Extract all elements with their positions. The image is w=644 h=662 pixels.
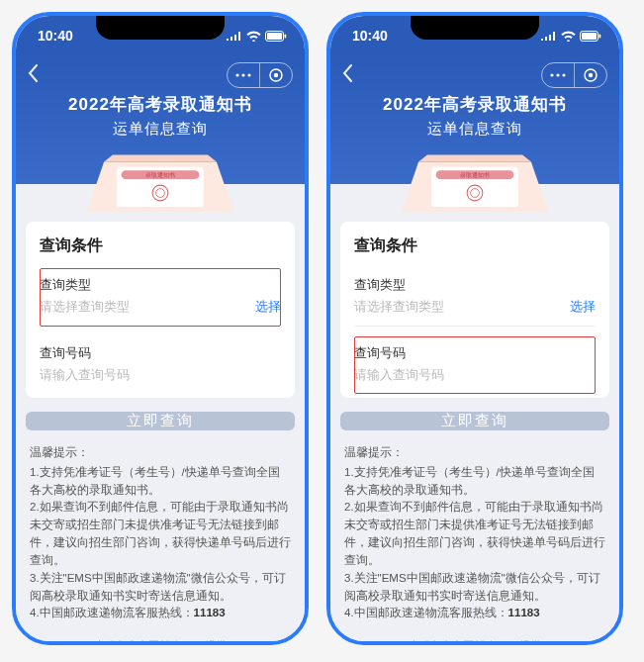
tips-title: 温馨提示： bbox=[30, 444, 291, 462]
phone-mockup-1: 10:40 bbox=[12, 12, 309, 645]
signal-icon bbox=[227, 31, 242, 41]
ribbon-text: 录取通知书 bbox=[145, 171, 175, 178]
tip-2: 2.如果查询不到邮件信息，可能由于录取通知书尚未交寄或招生部门未提供准考证号无法… bbox=[30, 499, 291, 569]
query-type-placeholder: 请选择查询类型 bbox=[40, 298, 130, 316]
ribbon-text: 录取通知书 bbox=[460, 171, 490, 178]
svg-rect-1 bbox=[267, 33, 282, 40]
tip-3: 3.关注"EMS中国邮政速递物流"微信公众号，可订阅高校录取通知书实时寄送信息通… bbox=[30, 570, 291, 606]
hero-title-line2: 运单信息查询 bbox=[28, 120, 293, 139]
close-miniprogram-button[interactable] bbox=[260, 63, 292, 87]
more-button[interactable] bbox=[228, 63, 259, 87]
status-icons bbox=[227, 31, 287, 42]
svg-point-19 bbox=[562, 73, 565, 76]
query-number-placeholder: 请输入查询号码 bbox=[40, 366, 130, 384]
svg-point-7 bbox=[274, 73, 278, 77]
svg-rect-2 bbox=[285, 34, 287, 38]
svg-rect-11 bbox=[122, 170, 200, 179]
content-area: 查询条件 查询类型 请选择查询类型 选择 查询号码 请输入查询号码 立即查询 温… bbox=[330, 184, 619, 641]
miniprogram-actions bbox=[227, 62, 293, 88]
footer-text: 本服务由中国邮政EMS提供 bbox=[330, 622, 619, 641]
svg-point-21 bbox=[589, 73, 593, 77]
wifi-icon bbox=[561, 31, 576, 42]
wifi-icon bbox=[246, 31, 261, 42]
query-number-label: 查询号码 bbox=[354, 344, 596, 362]
svg-marker-23 bbox=[418, 155, 531, 162]
tip-4: 4.中国邮政速递物流客服热线：11183 bbox=[30, 605, 291, 622]
query-number-placeholder: 请输入查询号码 bbox=[354, 366, 444, 384]
query-type-label: 查询类型 bbox=[354, 276, 596, 294]
hero-title: 2022年高考录取通知书 运单信息查询 bbox=[28, 93, 293, 139]
back-button[interactable] bbox=[28, 64, 39, 86]
query-card: 查询条件 查询类型 请选择查询类型 选择 查询号码 请输入查询号码 bbox=[26, 222, 295, 398]
status-time: 10:40 bbox=[352, 28, 388, 44]
signal-icon bbox=[541, 31, 557, 41]
miniprogram-actions bbox=[541, 62, 607, 88]
tips-title: 温馨提示： bbox=[344, 444, 605, 462]
battery-icon bbox=[265, 31, 287, 42]
svg-point-18 bbox=[556, 73, 559, 76]
phone-mockup-2: 10:40 bbox=[326, 12, 623, 645]
status-time: 10:40 bbox=[38, 28, 73, 44]
content-area: 查询条件 查询类型 请选择查询类型 选择 查询号码 请输入查询号码 立即查询 温… bbox=[16, 184, 305, 641]
status-icons bbox=[541, 31, 601, 42]
submit-button[interactable]: 立即查询 bbox=[340, 412, 609, 430]
query-type-label: 查询类型 bbox=[40, 276, 281, 294]
hero-banner: 2022年高考录取通知书 运单信息查询 录取通知书 bbox=[16, 55, 305, 184]
svg-point-4 bbox=[241, 73, 244, 76]
tips-block: 温馨提示： 1.支持凭准考证号（考生号）/快递单号查询全国各大高校的录取通知书。… bbox=[344, 444, 605, 622]
device-notch bbox=[411, 16, 539, 40]
query-card: 查询条件 查询类型 请选择查询类型 选择 查询号码 请输入查询号码 bbox=[340, 222, 609, 398]
tip-1: 1.支持凭准考证号（考生号）/快递单号查询全国各大高校的录取通知书。 bbox=[30, 464, 291, 500]
tips-block: 温馨提示： 1.支持凭准考证号（考生号）/快递单号查询全国各大高校的录取通知书。… bbox=[30, 444, 291, 622]
hotline-number: 11183 bbox=[194, 607, 226, 618]
svg-rect-15 bbox=[582, 33, 597, 40]
svg-point-17 bbox=[550, 73, 553, 76]
hero-title-line1: 2022年高考录取通知书 bbox=[28, 93, 293, 116]
query-type-field[interactable]: 查询类型 请选择查询类型 选择 bbox=[40, 268, 281, 327]
hero-banner: 2022年高考录取通知书 运单信息查询 录取通知书 bbox=[330, 55, 619, 184]
query-number-field[interactable]: 查询号码 请输入查询号码 bbox=[40, 336, 281, 394]
svg-marker-9 bbox=[104, 155, 217, 162]
tip-2: 2.如果查询不到邮件信息，可能由于录取通知书尚未交寄或招生部门未提供准考证号无法… bbox=[344, 499, 605, 569]
card-title: 查询条件 bbox=[40, 236, 281, 256]
hotline-number: 11183 bbox=[508, 607, 540, 618]
tip-3: 3.关注"EMS中国邮政速递物流"微信公众号，可订阅高校录取通知书实时寄送信息通… bbox=[344, 570, 605, 606]
hero-title: 2022年高考录取通知书 运单信息查询 bbox=[342, 93, 607, 139]
select-link[interactable]: 选择 bbox=[255, 298, 281, 316]
submit-button[interactable]: 立即查询 bbox=[26, 412, 295, 430]
query-number-label: 查询号码 bbox=[40, 344, 281, 362]
query-number-field[interactable]: 查询号码 请输入查询号码 bbox=[354, 336, 596, 394]
footer-text: 本服务由中国邮政EMS提供 bbox=[16, 622, 305, 641]
card-title: 查询条件 bbox=[354, 236, 596, 256]
back-button[interactable] bbox=[342, 64, 353, 86]
more-button[interactable] bbox=[542, 63, 574, 87]
query-type-field[interactable]: 查询类型 请选择查询类型 选择 bbox=[354, 268, 596, 327]
tip-4: 4.中国邮政速递物流客服热线：11183 bbox=[344, 605, 605, 622]
battery-icon bbox=[580, 31, 601, 42]
device-notch bbox=[96, 16, 225, 40]
svg-rect-25 bbox=[436, 170, 514, 179]
svg-point-5 bbox=[247, 73, 250, 76]
select-link[interactable]: 选择 bbox=[570, 298, 596, 316]
hero-title-line1: 2022年高考录取通知书 bbox=[342, 93, 607, 116]
hero-title-line2: 运单信息查询 bbox=[342, 120, 607, 139]
close-miniprogram-button[interactable] bbox=[575, 63, 606, 87]
svg-rect-16 bbox=[599, 34, 601, 38]
tip-1: 1.支持凭准考证号（考生号）/快递单号查询全国各大高校的录取通知书。 bbox=[344, 464, 605, 500]
svg-point-3 bbox=[235, 73, 238, 76]
query-type-placeholder: 请选择查询类型 bbox=[354, 298, 444, 316]
